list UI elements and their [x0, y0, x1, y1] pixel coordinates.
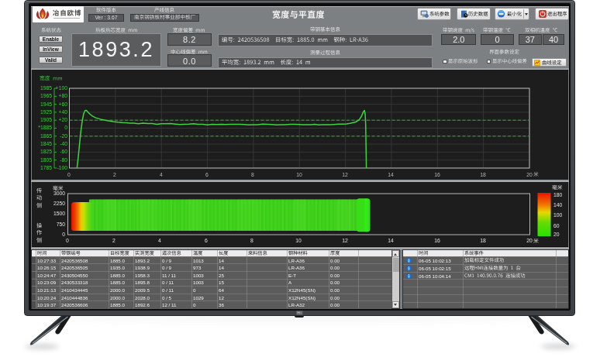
svg-text:180: 180	[553, 192, 563, 197]
svg-text:1003: 1003	[193, 280, 204, 285]
svg-text:2000.0: 2000.0	[110, 295, 125, 300]
svg-text:0: 0	[193, 287, 196, 293]
svg-text:4: 4	[160, 172, 163, 177]
svg-text:0 / 11: 0 / 11	[162, 280, 174, 285]
svg-text:8: 8	[251, 238, 254, 243]
svg-text:0 / 5: 0 / 5	[162, 295, 172, 300]
svg-text:1013: 1013	[193, 258, 204, 263]
svg-text:64: 64	[219, 287, 224, 293]
svg-text:140: 140	[553, 202, 563, 208]
svg-text:18: 18	[481, 238, 487, 243]
svg-text:1935.0: 1935.0	[110, 265, 125, 270]
svg-text:1885.0: 1885.0	[110, 302, 125, 307]
svg-text:8: 8	[252, 172, 255, 177]
svg-text:0.00: 0.00	[330, 287, 340, 293]
svg-text:0.00: 0.00	[330, 273, 340, 278]
svg-text:0: 0	[64, 125, 67, 131]
svg-text:2420536606: 2420536606	[61, 302, 88, 307]
svg-text:2410444836: 2410444836	[61, 295, 88, 300]
svg-text:2: 2	[112, 238, 116, 243]
svg-text:14: 14	[388, 172, 395, 177]
svg-text:Ver : 3.67: Ver : 3.67	[95, 15, 117, 20]
svg-text:0 / 9: 0 / 9	[162, 258, 172, 263]
svg-text:0 / 9: 0 / 9	[162, 265, 172, 270]
svg-text:2430533318: 2430533318	[61, 280, 88, 285]
svg-text:15: 15	[219, 280, 224, 285]
svg-text:06-05 10:02:13: 06-05 10:02:13	[419, 258, 451, 263]
svg-text:2420536508: 2420536508	[61, 258, 88, 263]
svg-text:0.00: 0.00	[330, 265, 340, 270]
svg-text:10: 10	[296, 172, 302, 177]
svg-text:37: 37	[526, 35, 535, 44]
svg-text:2410434445: 2410434445	[61, 287, 88, 293]
svg-text:8.2: 8.2	[183, 35, 196, 44]
svg-text:1003: 1003	[193, 273, 204, 278]
svg-text:20: 20	[553, 232, 560, 238]
svg-text:1885.0: 1885.0	[110, 280, 125, 285]
svg-text:1029: 1029	[193, 295, 204, 300]
svg-text:+40: +40	[58, 109, 67, 115]
svg-text:10:26:15: 10:26:15	[37, 265, 57, 270]
svg-text:10:20:24: 10:20:24	[37, 295, 57, 300]
svg-text:40: 40	[549, 35, 558, 44]
svg-text:0: 0	[495, 35, 499, 44]
svg-text:20: 20	[526, 172, 533, 177]
svg-text:0.00: 0.00	[330, 302, 340, 307]
svg-text:25: 25	[219, 273, 224, 278]
svg-text:1938.9: 1938.9	[135, 265, 150, 270]
svg-text:100: 100	[553, 213, 563, 218]
svg-text:16: 16	[434, 172, 440, 177]
svg-text:12 / 11: 12 / 11	[162, 302, 177, 307]
svg-text:0.0: 0.0	[183, 56, 196, 65]
svg-text:-100: -100	[57, 165, 67, 170]
svg-text:12: 12	[342, 238, 348, 243]
svg-text:-40: -40	[60, 141, 67, 146]
svg-text:10:21:13: 10:21:13	[37, 287, 57, 293]
svg-text:10:24:47: 10:24:47	[37, 273, 57, 278]
svg-text:11 / 11: 11 / 11	[162, 273, 177, 278]
svg-text:10:19:37: 10:19:37	[37, 302, 57, 307]
svg-text:14: 14	[219, 258, 224, 263]
svg-text:18: 18	[480, 172, 486, 177]
svg-text:0: 0	[62, 232, 65, 237]
svg-text:6: 6	[205, 172, 209, 177]
svg-text:+20: +20	[58, 118, 67, 123]
svg-text:-60: -60	[60, 149, 67, 155]
svg-text:0: 0	[67, 172, 71, 177]
svg-text:10:27:33: 10:27:33	[37, 258, 57, 263]
svg-text:60: 60	[553, 223, 560, 228]
svg-text:X12N45(SN): X12N45(SN)	[288, 295, 316, 300]
svg-text:2000.0: 2000.0	[110, 287, 125, 293]
svg-text:1958.3: 1958.3	[135, 273, 150, 278]
svg-text:0.00: 0.00	[330, 280, 340, 285]
svg-text:2430504550: 2430504550	[61, 273, 88, 278]
svg-text:+80: +80	[58, 94, 67, 99]
svg-text:06-05 10:02:15: 06-05 10:02:15	[419, 266, 451, 271]
svg-text:+60: +60	[58, 101, 67, 107]
svg-text:10: 10	[295, 238, 302, 243]
svg-text:2: 2	[113, 172, 116, 177]
svg-text:20: 20	[526, 238, 533, 243]
svg-text:2250: 2250	[53, 201, 64, 207]
svg-text:16: 16	[434, 238, 440, 243]
svg-text:14: 14	[388, 238, 394, 243]
svg-text:06-05 10:04:14: 06-05 10:04:14	[419, 273, 451, 279]
svg-text:1893.2: 1893.2	[135, 258, 150, 263]
svg-text:-20: -20	[60, 133, 67, 139]
svg-text:2009.5: 2009.5	[135, 287, 150, 293]
svg-text:12: 12	[342, 172, 348, 177]
svg-text:0: 0	[193, 302, 196, 307]
svg-text:2.0: 2.0	[453, 35, 464, 44]
svg-text:1500: 1500	[53, 211, 64, 217]
svg-text:-80: -80	[60, 157, 67, 163]
svg-text:LR-A36: LR-A36	[288, 258, 305, 263]
svg-text:X12N45(SN): X12N45(SN)	[288, 287, 316, 293]
svg-text:1892.6: 1892.6	[135, 302, 150, 307]
svg-text:0.00: 0.00	[330, 258, 340, 263]
svg-text:+100: +100	[56, 85, 68, 91]
svg-text:E-T: E-T	[288, 273, 296, 278]
svg-text:1893.2: 1893.2	[78, 38, 154, 61]
svg-text:2420536505: 2420536505	[61, 265, 88, 270]
svg-text:LR-A32: LR-A32	[288, 302, 305, 307]
svg-text:973: 973	[193, 265, 202, 270]
